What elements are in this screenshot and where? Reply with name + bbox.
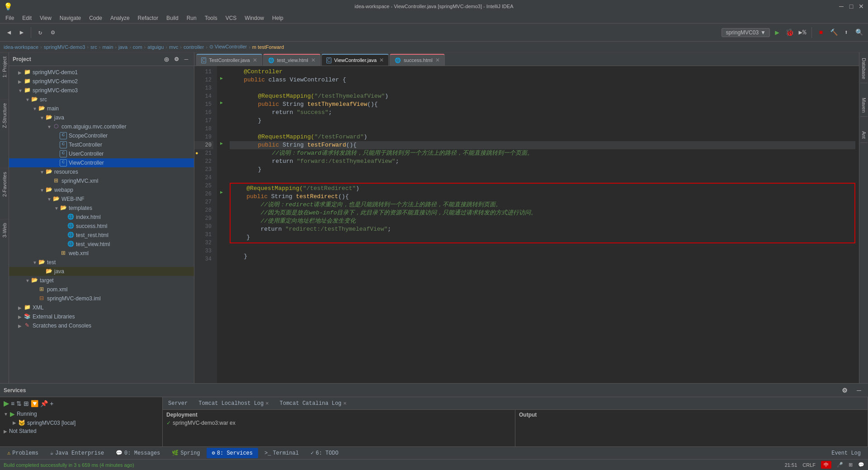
breadcrumb-viewcontroller[interactable]: ⊙ ViewController bbox=[209, 44, 247, 50]
menu-view[interactable]: View bbox=[36, 14, 55, 22]
close-button[interactable]: ✕ bbox=[858, 3, 864, 9]
tree-item-xml[interactable]: ▶ 📁 XML bbox=[9, 303, 194, 312]
menu-window[interactable]: Window bbox=[241, 14, 268, 22]
bottom-tab-event-log[interactable]: Event Log bbox=[826, 448, 866, 458]
tab-close-success[interactable]: ✕ bbox=[435, 57, 440, 63]
breadcrumb-atguigu[interactable]: atguigu bbox=[147, 44, 164, 50]
bottom-tab-java-enterprise[interactable]: ☕ Java Enterprise bbox=[45, 448, 109, 458]
breadcrumb-workspace[interactable]: idea-workspace bbox=[4, 44, 38, 50]
sidebar-settings-icon[interactable]: ⚙ bbox=[172, 55, 180, 63]
sidebar-locate-icon[interactable]: ◎ bbox=[162, 55, 170, 63]
bottom-tab-services[interactable]: ⚙ 8: Services bbox=[207, 448, 258, 458]
tree-item-demo3[interactable]: ▼ 📁 springMVC-demo3 bbox=[9, 86, 194, 95]
sidebar-collapse-icon[interactable]: ─ bbox=[182, 55, 190, 63]
services-sort-icon[interactable]: ⇅ bbox=[16, 400, 22, 407]
stop-button[interactable]: ■ bbox=[816, 27, 826, 38]
services-springmvc03-item[interactable]: ▶ 🐱 springMVC03 [local] bbox=[4, 418, 159, 427]
sidebar-tab-structure[interactable]: Z-Structure bbox=[0, 99, 9, 132]
services-running-item[interactable]: ▼ ▶ Running bbox=[4, 409, 159, 418]
tree-item-webapp[interactable]: ▼ 📂 webapp bbox=[9, 185, 194, 195]
tree-item-scratches[interactable]: ▶ ✎ Scratches and Consoles bbox=[9, 321, 194, 330]
menu-edit[interactable]: Edit bbox=[19, 14, 35, 22]
services-add-icon[interactable]: + bbox=[50, 400, 53, 407]
breadcrumb-java[interactable]: java bbox=[118, 44, 127, 50]
log-tab-localhost-close[interactable]: ✕ bbox=[265, 400, 269, 407]
tree-item-webinf[interactable]: ▼ 📂 WEB-INF bbox=[9, 195, 194, 204]
log-tab-catalina[interactable]: Tomcat Catalina Log ✕ bbox=[274, 398, 352, 408]
breadcrumb-main[interactable]: main bbox=[102, 44, 113, 50]
tab-close-test-controller[interactable]: ✕ bbox=[253, 57, 257, 63]
services-run-icon[interactable]: ▶ bbox=[4, 399, 9, 408]
tree-item-test[interactable]: ▼ 📂 test bbox=[9, 258, 194, 267]
breadcrumb-testforward[interactable]: m testForward bbox=[252, 44, 284, 50]
tree-item-target[interactable]: ▼ 📂 target bbox=[9, 276, 194, 285]
bottom-tab-problems[interactable]: ⚠ Problems bbox=[2, 448, 44, 458]
services-collapse-icon[interactable]: ─ bbox=[854, 385, 864, 396]
services-not-started-item[interactable]: ▶ Not Started bbox=[4, 427, 159, 435]
log-tab-catalina-close[interactable]: ✕ bbox=[343, 400, 346, 407]
services-filter-icon[interactable]: 🔽 bbox=[31, 400, 38, 407]
tree-item-test-rest-html[interactable]: 🌐 test_rest.html bbox=[9, 231, 194, 240]
sidebar-tab-web[interactable]: 3-Web bbox=[0, 219, 9, 241]
breadcrumb-demo3[interactable]: springMVC-demo3 bbox=[44, 44, 85, 50]
tree-item-demo2[interactable]: ▶ 📁 springMVC-demo2 bbox=[9, 77, 194, 86]
menu-help[interactable]: Help bbox=[269, 14, 287, 22]
tab-test-controller[interactable]: C TestController.java ✕ bbox=[196, 54, 262, 66]
right-tab-database[interactable]: Database bbox=[860, 54, 868, 83]
menu-vcs[interactable]: VCS bbox=[222, 14, 241, 22]
tree-item-test-controller[interactable]: C TestController bbox=[9, 140, 194, 149]
bottom-tab-terminal[interactable]: >_ Terminal bbox=[259, 448, 304, 458]
run-profile-dropdown[interactable]: springMVC03 ▼ bbox=[722, 28, 770, 37]
breadcrumb-com[interactable]: com bbox=[133, 44, 142, 50]
bottom-tab-spring[interactable]: 🌿 Spring bbox=[166, 448, 205, 458]
config-button[interactable]: ⚙ bbox=[47, 27, 58, 38]
right-tab-maven[interactable]: Maven bbox=[860, 94, 868, 117]
menu-tools[interactable]: Tools bbox=[201, 14, 221, 22]
breadcrumb-controller[interactable]: controller bbox=[184, 44, 204, 50]
tree-item-index-html[interactable]: 🌐 index.html bbox=[9, 213, 194, 222]
breadcrumb-src[interactable]: src bbox=[90, 44, 97, 50]
tree-item-resources[interactable]: ▼ 📂 resources bbox=[9, 167, 194, 176]
menu-navigate[interactable]: Navigate bbox=[56, 14, 85, 22]
menu-code[interactable]: Code bbox=[85, 14, 106, 22]
services-align-icon[interactable]: ≡ bbox=[11, 400, 14, 407]
log-tab-localhost[interactable]: Tomcat Localhost Log ✕ bbox=[193, 398, 274, 408]
forward-button[interactable]: ▶ bbox=[16, 27, 27, 38]
tree-item-pom-xml[interactable]: ⊞ pom.xml bbox=[9, 285, 194, 294]
update-button[interactable]: ⬆ bbox=[841, 27, 852, 38]
bottom-tab-todo[interactable]: ✓ 6: TODO bbox=[305, 448, 344, 458]
tree-item-web-xml[interactable]: ⊞ web.xml bbox=[9, 249, 194, 258]
tree-item-user-controller[interactable]: C UserController bbox=[9, 149, 194, 158]
tab-close-view-controller[interactable]: ✕ bbox=[379, 57, 384, 63]
menu-build[interactable]: Build bbox=[163, 14, 182, 22]
sidebar-tab-favorites[interactable]: 2-Favorites bbox=[0, 168, 9, 200]
maximize-button[interactable]: □ bbox=[848, 3, 854, 9]
code-content[interactable]: @Controller public class ViewController … bbox=[226, 66, 859, 383]
tree-item-java-src[interactable]: ▼ 📂 java bbox=[9, 113, 194, 122]
sidebar-tab-project[interactable]: 1: Project bbox=[0, 52, 9, 81]
services-settings-icon[interactable]: ⚙ bbox=[839, 385, 850, 396]
bottom-tab-messages[interactable]: 💬 0: Messages bbox=[110, 448, 165, 458]
run-with-coverage-button[interactable]: ▶% bbox=[797, 27, 808, 38]
log-tab-server[interactable]: Server bbox=[163, 399, 193, 408]
services-group-icon[interactable]: ⊞ bbox=[24, 400, 29, 407]
tree-item-java-test[interactable]: 📂 java bbox=[9, 267, 194, 276]
sync-button[interactable]: ↻ bbox=[35, 27, 46, 38]
menu-file[interactable]: File bbox=[2, 14, 18, 22]
menu-run[interactable]: Run bbox=[183, 14, 200, 22]
right-tab-ant[interactable]: Ant bbox=[860, 128, 868, 143]
tab-view-controller[interactable]: C ViewController.java ✕ bbox=[321, 54, 389, 66]
search-everywhere-button[interactable]: 🔍 bbox=[854, 27, 864, 38]
tree-item-templates[interactable]: ▼ 📂 templates bbox=[9, 204, 194, 213]
tree-item-view-controller[interactable]: C ViewController bbox=[9, 158, 194, 167]
debug-button[interactable]: 🐞 bbox=[784, 27, 795, 38]
build-button[interactable]: 🔨 bbox=[828, 27, 839, 38]
tree-item-iml[interactable]: ⊟ springMVC-demo3.iml bbox=[9, 294, 194, 303]
tree-item-test-view-html[interactable]: 🌐 test_view.html bbox=[9, 240, 194, 249]
tree-item-main[interactable]: ▼ 📂 main bbox=[9, 104, 194, 113]
tree-item-src[interactable]: ▼ 📂 src bbox=[9, 95, 194, 104]
tree-item-success-html[interactable]: 🌐 success.html bbox=[9, 222, 194, 231]
breadcrumb-mvc[interactable]: mvc bbox=[169, 44, 178, 50]
window-controls[interactable]: ─ □ ✕ bbox=[838, 3, 864, 9]
menu-refactor[interactable]: Refactor bbox=[134, 14, 162, 22]
